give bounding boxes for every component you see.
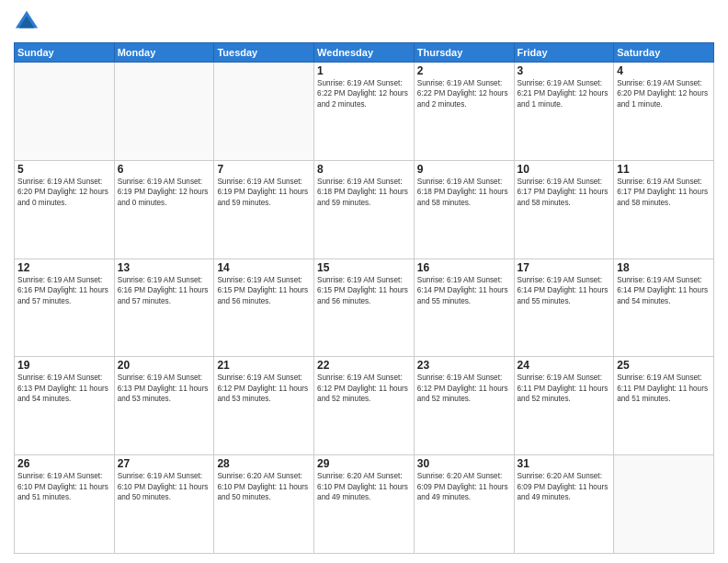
day-number: 6: [118, 163, 211, 176]
calendar-cell: 21Sunrise: 6:19 AM Sunset: 6:12 PM Dayli…: [214, 357, 314, 455]
day-number: 19: [17, 359, 111, 372]
weekday-header: Wednesday: [314, 43, 415, 63]
day-info: Sunrise: 6:19 AM Sunset: 6:14 PM Dayligh…: [518, 275, 611, 306]
calendar-cell: 14Sunrise: 6:19 AM Sunset: 6:15 PM Dayli…: [214, 259, 314, 357]
day-number: 15: [317, 261, 411, 274]
day-info: Sunrise: 6:19 AM Sunset: 6:17 PM Dayligh…: [617, 177, 711, 208]
calendar-cell: 28Sunrise: 6:20 AM Sunset: 6:10 PM Dayli…: [214, 455, 314, 554]
calendar-cell: 18Sunrise: 6:19 AM Sunset: 6:14 PM Dayli…: [614, 259, 714, 357]
day-number: 25: [617, 359, 711, 372]
calendar-cell: 8Sunrise: 6:19 AM Sunset: 6:18 PM Daylig…: [314, 160, 415, 259]
day-number: 17: [518, 261, 611, 274]
day-number: 13: [118, 261, 211, 274]
day-info: Sunrise: 6:19 AM Sunset: 6:12 PM Dayligh…: [317, 373, 411, 404]
calendar-cell: 27Sunrise: 6:19 AM Sunset: 6:10 PM Dayli…: [114, 455, 214, 554]
calendar-cell: 1Sunrise: 6:19 AM Sunset: 6:22 PM Daylig…: [314, 63, 415, 161]
day-info: Sunrise: 6:19 AM Sunset: 6:10 PM Dayligh…: [17, 471, 111, 502]
day-number: 8: [317, 163, 411, 176]
day-info: Sunrise: 6:19 AM Sunset: 6:18 PM Dayligh…: [317, 177, 411, 208]
day-number: 22: [317, 359, 411, 372]
day-number: 20: [118, 359, 211, 372]
day-info: Sunrise: 6:20 AM Sunset: 6:10 PM Dayligh…: [217, 471, 311, 502]
day-info: Sunrise: 6:19 AM Sunset: 6:20 PM Dayligh…: [17, 177, 111, 208]
day-info: Sunrise: 6:19 AM Sunset: 6:19 PM Dayligh…: [118, 177, 211, 208]
calendar-cell: 7Sunrise: 6:19 AM Sunset: 6:19 PM Daylig…: [214, 160, 314, 259]
day-number: 14: [217, 261, 311, 274]
calendar-cell: 16Sunrise: 6:19 AM Sunset: 6:14 PM Dayli…: [414, 259, 514, 357]
logo-icon: [14, 9, 40, 35]
day-number: 24: [518, 359, 611, 372]
day-number: 16: [417, 261, 511, 274]
calendar-cell: 5Sunrise: 6:19 AM Sunset: 6:20 PM Daylig…: [15, 160, 115, 259]
day-number: 7: [217, 163, 311, 176]
day-info: Sunrise: 6:19 AM Sunset: 6:22 PM Dayligh…: [317, 78, 411, 109]
day-number: 9: [417, 163, 511, 176]
weekday-header: Friday: [514, 43, 614, 63]
calendar-week-row: 19Sunrise: 6:19 AM Sunset: 6:13 PM Dayli…: [15, 357, 714, 455]
calendar-cell: 20Sunrise: 6:19 AM Sunset: 6:13 PM Dayli…: [114, 357, 214, 455]
calendar-table: SundayMondayTuesdayWednesdayThursdayFrid…: [14, 42, 714, 554]
day-info: Sunrise: 6:19 AM Sunset: 6:21 PM Dayligh…: [518, 78, 611, 109]
day-info: Sunrise: 6:19 AM Sunset: 6:16 PM Dayligh…: [118, 275, 211, 306]
day-info: Sunrise: 6:19 AM Sunset: 6:17 PM Dayligh…: [518, 177, 611, 208]
day-info: Sunrise: 6:19 AM Sunset: 6:12 PM Dayligh…: [217, 373, 311, 404]
day-number: 23: [417, 359, 511, 372]
calendar-cell: 26Sunrise: 6:19 AM Sunset: 6:10 PM Dayli…: [15, 455, 115, 554]
day-info: Sunrise: 6:19 AM Sunset: 6:15 PM Dayligh…: [317, 275, 411, 306]
day-info: Sunrise: 6:19 AM Sunset: 6:14 PM Dayligh…: [417, 275, 511, 306]
day-info: Sunrise: 6:19 AM Sunset: 6:18 PM Dayligh…: [417, 177, 511, 208]
calendar-cell: 29Sunrise: 6:20 AM Sunset: 6:10 PM Dayli…: [314, 455, 415, 554]
day-number: 26: [17, 457, 111, 470]
day-info: Sunrise: 6:20 AM Sunset: 6:10 PM Dayligh…: [317, 471, 411, 502]
day-info: Sunrise: 6:19 AM Sunset: 6:22 PM Dayligh…: [417, 78, 511, 109]
day-info: Sunrise: 6:19 AM Sunset: 6:11 PM Dayligh…: [617, 373, 711, 404]
calendar-week-row: 5Sunrise: 6:19 AM Sunset: 6:20 PM Daylig…: [15, 160, 714, 259]
day-number: 30: [417, 457, 511, 470]
day-info: Sunrise: 6:19 AM Sunset: 6:13 PM Dayligh…: [17, 373, 111, 404]
day-number: 1: [317, 64, 411, 77]
day-info: Sunrise: 6:20 AM Sunset: 6:09 PM Dayligh…: [518, 471, 611, 502]
day-number: 31: [518, 457, 611, 470]
calendar-cell: 31Sunrise: 6:20 AM Sunset: 6:09 PM Dayli…: [514, 455, 614, 554]
header: [14, 9, 714, 35]
day-number: 4: [617, 64, 711, 77]
calendar-cell: 22Sunrise: 6:19 AM Sunset: 6:12 PM Dayli…: [314, 357, 415, 455]
calendar-cell: 6Sunrise: 6:19 AM Sunset: 6:19 PM Daylig…: [114, 160, 214, 259]
day-number: 3: [518, 64, 611, 77]
calendar-cell: 11Sunrise: 6:19 AM Sunset: 6:17 PM Dayli…: [614, 160, 714, 259]
day-info: Sunrise: 6:19 AM Sunset: 6:12 PM Dayligh…: [417, 373, 511, 404]
calendar-cell: 10Sunrise: 6:19 AM Sunset: 6:17 PM Dayli…: [514, 160, 614, 259]
day-number: 29: [317, 457, 411, 470]
day-number: 5: [17, 163, 111, 176]
calendar-cell: 25Sunrise: 6:19 AM Sunset: 6:11 PM Dayli…: [614, 357, 714, 455]
day-number: 27: [118, 457, 211, 470]
day-number: 10: [518, 163, 611, 176]
calendar-cell: 13Sunrise: 6:19 AM Sunset: 6:16 PM Dayli…: [114, 259, 214, 357]
calendar-cell: [15, 63, 115, 161]
calendar-cell: 2Sunrise: 6:19 AM Sunset: 6:22 PM Daylig…: [414, 63, 514, 161]
logo: [14, 9, 43, 35]
weekday-header: Monday: [114, 43, 214, 63]
calendar-cell: 23Sunrise: 6:19 AM Sunset: 6:12 PM Dayli…: [414, 357, 514, 455]
calendar-cell: 19Sunrise: 6:19 AM Sunset: 6:13 PM Dayli…: [15, 357, 115, 455]
calendar-week-row: 12Sunrise: 6:19 AM Sunset: 6:16 PM Dayli…: [15, 259, 714, 357]
calendar-cell: [114, 63, 214, 161]
calendar-cell: 30Sunrise: 6:20 AM Sunset: 6:09 PM Dayli…: [414, 455, 514, 554]
calendar-week-row: 1Sunrise: 6:19 AM Sunset: 6:22 PM Daylig…: [15, 63, 714, 161]
calendar-cell: 9Sunrise: 6:19 AM Sunset: 6:18 PM Daylig…: [414, 160, 514, 259]
page: SundayMondayTuesdayWednesdayThursdayFrid…: [0, 0, 728, 563]
day-number: 11: [617, 163, 711, 176]
day-number: 2: [417, 64, 511, 77]
calendar-cell: [214, 63, 314, 161]
day-number: 18: [617, 261, 711, 274]
calendar-week-row: 26Sunrise: 6:19 AM Sunset: 6:10 PM Dayli…: [15, 455, 714, 554]
weekday-header: Saturday: [614, 43, 714, 63]
weekday-header: Sunday: [15, 43, 115, 63]
day-info: Sunrise: 6:20 AM Sunset: 6:09 PM Dayligh…: [417, 471, 511, 502]
weekday-header: Tuesday: [214, 43, 314, 63]
day-info: Sunrise: 6:19 AM Sunset: 6:16 PM Dayligh…: [17, 275, 111, 306]
calendar-cell: 17Sunrise: 6:19 AM Sunset: 6:14 PM Dayli…: [514, 259, 614, 357]
day-info: Sunrise: 6:19 AM Sunset: 6:14 PM Dayligh…: [617, 275, 711, 306]
day-info: Sunrise: 6:19 AM Sunset: 6:19 PM Dayligh…: [217, 177, 311, 208]
weekday-header: Thursday: [414, 43, 514, 63]
